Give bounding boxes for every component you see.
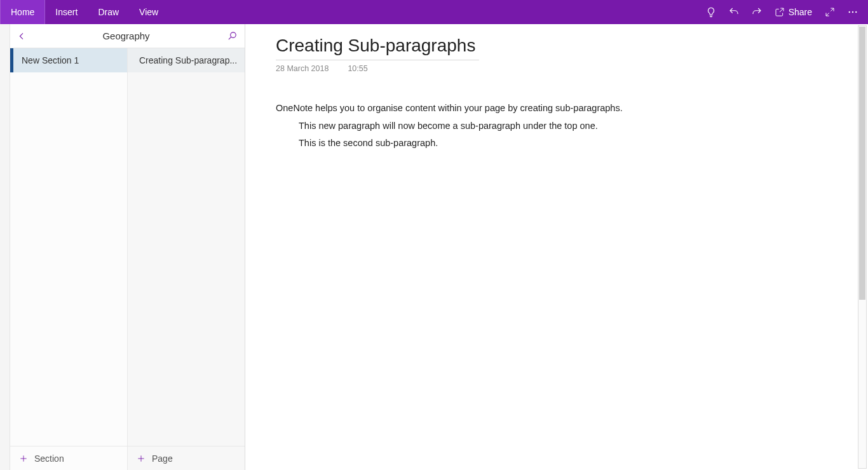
add-section-label: Section (34, 453, 64, 464)
tab-draw[interactable]: Draw (88, 0, 129, 24)
expand-icon (825, 7, 835, 17)
navigation-pane: Geography New Section 1 Section Creating… (10, 24, 245, 470)
back-button[interactable] (10, 31, 33, 41)
undo-button[interactable] (722, 0, 745, 24)
pages-column: Creating Sub-paragrap... Page (128, 48, 245, 470)
tab-insert[interactable]: Insert (45, 0, 88, 24)
tab-view[interactable]: View (129, 0, 168, 24)
collapsed-rail[interactable] (0, 24, 10, 470)
page-meta: 28 March 2018 10:55 (276, 64, 837, 73)
add-section-button[interactable]: Section (10, 446, 127, 470)
nav-header: Geography (10, 24, 245, 48)
svg-point-1 (852, 11, 853, 13)
page-time: 10:55 (348, 64, 367, 73)
scrollbar-thumb[interactable] (859, 27, 865, 300)
page-canvas[interactable]: Creating Sub-paragraphs 28 March 2018 10… (245, 24, 868, 470)
fullscreen-button[interactable] (818, 0, 841, 24)
ribbon-actions: Share (700, 0, 868, 24)
sections-column: New Section 1 Section (10, 48, 128, 470)
search-button[interactable] (219, 30, 245, 41)
page-item[interactable]: Creating Sub-paragrap... (128, 48, 245, 72)
more-button[interactable] (841, 0, 864, 24)
vertical-scrollbar[interactable] (858, 25, 867, 469)
add-page-label: Page (152, 453, 173, 464)
page-content[interactable]: OneNote helps you to organise content wi… (276, 100, 837, 152)
share-button[interactable]: Share (768, 0, 818, 24)
lightbulb-icon (705, 6, 717, 18)
share-icon (775, 7, 785, 17)
ribbon: Home Insert Draw View Share (0, 0, 868, 24)
sub-paragraph[interactable]: This new paragraph will now become a sub… (276, 117, 837, 135)
svg-point-2 (855, 11, 857, 13)
redo-button[interactable] (745, 0, 768, 24)
search-icon (227, 30, 238, 41)
notebook-title[interactable]: Geography (33, 30, 219, 41)
page-date: 28 March 2018 (276, 64, 329, 73)
tell-me-button[interactable] (700, 0, 722, 24)
ribbon-tabs: Home Insert Draw View (0, 0, 168, 24)
section-item[interactable]: New Section 1 (10, 48, 127, 72)
share-label: Share (789, 7, 812, 17)
ellipsis-icon (847, 6, 858, 18)
page-title[interactable]: Creating Sub-paragraphs (276, 36, 479, 60)
undo-icon (728, 6, 740, 18)
plus-icon (137, 454, 146, 463)
redo-icon (751, 6, 763, 18)
add-page-button[interactable]: Page (128, 446, 245, 470)
chevron-left-icon (17, 31, 27, 41)
plus-icon (19, 454, 28, 463)
sub-paragraph[interactable]: This is the second sub-paragraph. (276, 135, 837, 152)
svg-point-0 (849, 11, 850, 13)
paragraph[interactable]: OneNote helps you to organise content wi… (276, 100, 837, 117)
tab-home[interactable]: Home (0, 0, 45, 24)
